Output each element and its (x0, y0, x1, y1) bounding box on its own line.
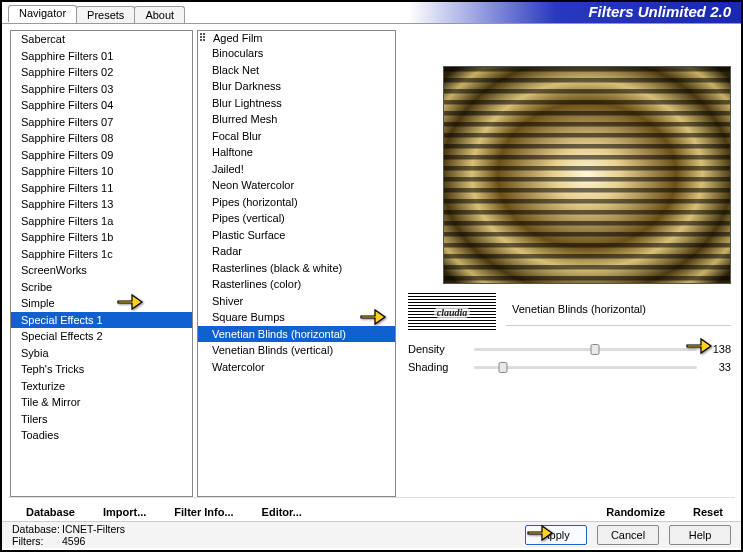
category-item[interactable]: Sybia (11, 345, 192, 362)
filter-item[interactable]: Venetian Blinds (vertical) (198, 342, 395, 359)
filter-item[interactable]: Watercolor (198, 359, 395, 376)
parameter-panel: Density138Shading33 (408, 340, 731, 376)
database-button[interactable]: Database (26, 506, 75, 518)
filter-list[interactable]: Aged Film BinocularsBlack NetBlur Darkne… (197, 30, 396, 497)
category-item[interactable]: Sapphire Filters 07 (11, 114, 192, 131)
filter-item[interactable]: Rasterlines (black & white) (198, 260, 395, 277)
category-item[interactable]: Sapphire Filters 08 (11, 130, 192, 147)
toolbar: Database Import... Filter Info... Editor… (8, 497, 735, 521)
category-list[interactable]: SabercatSapphire Filters 01Sapphire Filt… (10, 30, 193, 497)
filter-item[interactable]: Focal Blur (198, 128, 395, 145)
category-item[interactable]: Sapphire Filters 01 (11, 48, 192, 65)
filter-item[interactable]: Plastic Surface (198, 227, 395, 244)
filter-item[interactable]: Rasterlines (color) (198, 276, 395, 293)
tab-about[interactable]: About (134, 6, 185, 23)
filter-item[interactable]: Blurred Mesh (198, 111, 395, 128)
category-item[interactable]: Sapphire Filters 04 (11, 97, 192, 114)
param-value: 33 (703, 361, 731, 373)
effect-preview (443, 66, 731, 284)
param-slider[interactable] (474, 348, 697, 351)
param-row: Density138 (408, 340, 731, 358)
reset-button[interactable]: Reset (693, 506, 723, 518)
status-info: Database:ICNET-Filters Filters:4596 (12, 523, 125, 547)
category-item[interactable]: Special Effects 1 (11, 312, 192, 329)
category-item[interactable]: Tile & Mirror (11, 394, 192, 411)
category-item[interactable]: Sapphire Filters 1b (11, 229, 192, 246)
tab-presets[interactable]: Presets (76, 6, 135, 23)
svg-rect-0 (200, 33, 202, 35)
svg-rect-1 (203, 33, 205, 35)
filter-item[interactable]: Square Bumps (198, 309, 395, 326)
cancel-button[interactable]: Cancel (597, 525, 659, 545)
category-item[interactable]: Sapphire Filters 1c (11, 246, 192, 263)
category-item[interactable]: Sapphire Filters 03 (11, 81, 192, 98)
author-stamp: claudia (408, 293, 496, 331)
filter-item[interactable]: Venetian Blinds (horizontal) (198, 326, 395, 343)
param-slider[interactable] (474, 366, 697, 369)
filter-list-header-item[interactable]: Aged Film (198, 31, 395, 45)
category-item[interactable]: Sapphire Filters 11 (11, 180, 192, 197)
filter-item[interactable]: Blur Lightness (198, 95, 395, 112)
category-item[interactable]: Sapphire Filters 09 (11, 147, 192, 164)
help-button[interactable]: Help (669, 525, 731, 545)
title-bar: Navigator Presets About Filters Unlimite… (2, 2, 741, 24)
svg-rect-2 (200, 36, 202, 38)
editor-button[interactable]: Editor... (262, 506, 302, 518)
filter-info-button[interactable]: Filter Info... (174, 506, 233, 518)
filter-item[interactable]: Halftone (198, 144, 395, 161)
filter-item[interactable]: Binoculars (198, 45, 395, 62)
category-item[interactable]: Scribe (11, 279, 192, 296)
category-item[interactable]: Sapphire Filters 1a (11, 213, 192, 230)
svg-rect-3 (203, 36, 205, 38)
category-item[interactable]: Toadies (11, 427, 192, 444)
svg-rect-5 (203, 39, 205, 41)
filter-item[interactable]: Jailed! (198, 161, 395, 178)
filter-item[interactable]: Pipes (vertical) (198, 210, 395, 227)
status-bar: Database:ICNET-Filters Filters:4596 Appl… (2, 521, 741, 548)
filter-item[interactable]: Blur Darkness (198, 78, 395, 95)
filter-item[interactable]: Radar (198, 243, 395, 260)
category-item[interactable]: Special Effects 2 (11, 328, 192, 345)
filter-item[interactable]: Shiver (198, 293, 395, 310)
category-item[interactable]: Sapphire Filters 02 (11, 64, 192, 81)
tab-navigator[interactable]: Navigator (8, 5, 77, 22)
category-item[interactable]: Teph's Tricks (11, 361, 192, 378)
param-value: 138 (703, 343, 731, 355)
filter-item[interactable]: Neon Watercolor (198, 177, 395, 194)
category-item[interactable]: Sapphire Filters 13 (11, 196, 192, 213)
category-item[interactable]: Simple (11, 295, 192, 312)
svg-rect-4 (200, 39, 202, 41)
category-item[interactable]: Texturize (11, 378, 192, 395)
category-item[interactable]: ScreenWorks (11, 262, 192, 279)
param-label: Shading (408, 361, 468, 373)
randomize-button[interactable]: Randomize (606, 506, 665, 518)
param-label: Density (408, 343, 468, 355)
selected-filter-name: Venetian Blinds (horizontal) (506, 299, 731, 326)
filter-item[interactable]: Pipes (horizontal) (198, 194, 395, 211)
category-item[interactable]: Tilers (11, 411, 192, 428)
filter-list-header-label: Aged Film (213, 32, 263, 44)
filter-item[interactable]: Black Net (198, 62, 395, 79)
preview-panel: claudia Venetian Blinds (horizontal) Den… (400, 30, 733, 497)
tab-strip: Navigator Presets About (8, 6, 184, 23)
category-item[interactable]: Sabercat (11, 31, 192, 48)
app-title: Filters Unlimited 2.0 (588, 3, 731, 20)
param-row: Shading33 (408, 358, 731, 376)
category-item[interactable]: Sapphire Filters 10 (11, 163, 192, 180)
main-area: SabercatSapphire Filters 01Sapphire Filt… (2, 24, 741, 497)
list-grip-icon (200, 33, 210, 43)
apply-button[interactable]: Apply (525, 525, 587, 545)
import-button[interactable]: Import... (103, 506, 146, 518)
